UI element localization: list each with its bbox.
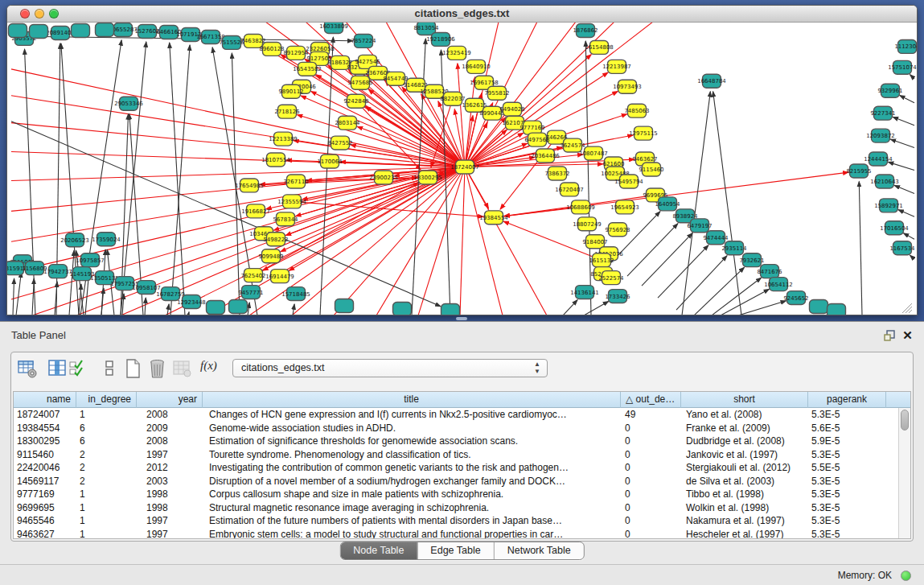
close-panel-icon[interactable]: ✕ xyxy=(901,328,914,343)
graph-node-label: 5498222 xyxy=(263,237,288,243)
table-row[interactable]: 1830029562008Estimation of significance … xyxy=(14,435,898,448)
new-table-icon[interactable] xyxy=(123,357,144,380)
table-row[interactable]: 946554611997Estimation of the future num… xyxy=(14,514,898,528)
graph-node-label: 9245652 xyxy=(783,295,808,302)
graph-node-label: 9463627 xyxy=(632,156,657,163)
graph-node-label: 9474444 xyxy=(703,235,729,241)
graph-node[interactable] xyxy=(207,301,225,315)
table-settings-icon[interactable] xyxy=(17,357,38,380)
graph-node-label: 9329961 xyxy=(877,88,902,94)
graph-node-label: 1170064 xyxy=(317,159,343,165)
cell: 5.3E-5 xyxy=(808,448,886,462)
window-titlebar[interactable]: citations_edges.txt xyxy=(7,6,917,23)
column-header-name[interactable]: name xyxy=(14,392,76,408)
graph-node-label: 16782759 xyxy=(156,291,185,298)
cell: Disruption of a novel member of a sodium… xyxy=(203,475,621,488)
graph-node[interactable] xyxy=(810,300,828,314)
graph-node-label: 7485063 xyxy=(624,108,649,114)
graph-node-label: 7386372 xyxy=(544,171,569,177)
tab-edge-table[interactable]: Edge Table xyxy=(417,542,493,559)
cell: 9699695 xyxy=(14,501,76,515)
import-table-icon[interactable] xyxy=(172,357,193,380)
cell: 5.5E-5 xyxy=(808,461,886,475)
graph-node[interactable] xyxy=(441,304,460,315)
table-row[interactable]: 1872400712008Changes of HCN gene express… xyxy=(14,408,898,422)
cell: Stergiakouli et al. (2012) xyxy=(681,461,808,475)
cell: 0 xyxy=(621,475,681,488)
graph-node-label: 6479197 xyxy=(687,223,712,229)
graph-node-label: 9777169 xyxy=(519,125,544,131)
float-panel-icon[interactable] xyxy=(883,329,897,343)
graph-node[interactable] xyxy=(827,304,846,315)
select-rows-icon[interactable] xyxy=(68,357,88,380)
graph-node-label: 7857224 xyxy=(351,38,376,44)
vertical-scrollbar[interactable] xyxy=(898,408,910,538)
graph-node-label: 16154808 xyxy=(585,44,614,51)
cell: 2008 xyxy=(137,408,203,422)
row-height-icon[interactable] xyxy=(99,357,120,380)
column-header-title[interactable]: title xyxy=(203,392,621,408)
cell: Dudbridge et al. (2008) xyxy=(681,435,808,448)
graph-node-label: 18807249 xyxy=(573,221,602,228)
graph-node[interactable] xyxy=(229,300,248,314)
table-row[interactable]: 969969511998Structural magnetic resonanc… xyxy=(14,501,898,515)
memory-ok-indicator[interactable] xyxy=(901,571,911,581)
graph-node[interactable] xyxy=(9,23,27,37)
cell: Wolkin et al. (1998) xyxy=(681,501,808,515)
column-header-in_degree[interactable]: in_degree xyxy=(76,392,137,408)
graph-node-label: 6494028 xyxy=(499,106,524,113)
cell: 9777169 xyxy=(14,488,76,501)
resize-grip[interactable] xyxy=(902,303,912,313)
cell: 1997 xyxy=(137,448,203,462)
scrollbar-thumb[interactable] xyxy=(901,410,909,431)
cell: Hescheler et al. (1997) xyxy=(681,528,808,539)
column-edit-icon[interactable] xyxy=(47,357,68,380)
graph-node[interactable] xyxy=(393,303,412,315)
table-selector-dropdown[interactable]: citations_edges.txt ▲▼ xyxy=(232,359,548,377)
network-view-window[interactable]: citations_edges.txt 18724007746382289601… xyxy=(6,5,918,315)
cell: 5.3E-5 xyxy=(808,528,886,539)
tab-node-table[interactable]: Node Table xyxy=(340,542,417,559)
graph-node[interactable] xyxy=(72,23,90,37)
cell: Tourette syndrome. Phenomenology and cla… xyxy=(203,448,621,462)
column-header-year[interactable]: year xyxy=(137,392,203,408)
cell: de Silva et al. (2003) xyxy=(681,475,808,488)
panel-title: Table Panel xyxy=(11,322,66,349)
panel-splitter-handle[interactable] xyxy=(456,317,467,320)
column-header-short[interactable]: short xyxy=(681,392,808,408)
table-row[interactable]: 2242004622012Investigating the contribut… xyxy=(14,461,898,475)
function-builder-icon[interactable]: f(x) xyxy=(200,359,221,381)
table-row[interactable]: 1938455462009Genome-wide association stu… xyxy=(14,422,898,435)
column-header-out_de[interactable]: △ out_de… xyxy=(621,392,681,408)
graph-node-label: 9457771 xyxy=(238,290,263,296)
graph-node-label: 15751074 xyxy=(888,64,917,71)
graph-node-label: 2718126 xyxy=(274,109,299,115)
table-row[interactable]: 1456911722003Disruption of a novel membe… xyxy=(14,475,898,488)
cell: 2 xyxy=(76,461,137,475)
column-header-pagerank[interactable]: pagerank xyxy=(808,392,886,408)
table-row[interactable]: 946362711997Embryonic stem cells: a mode… xyxy=(14,528,898,539)
cell: 6 xyxy=(76,435,137,448)
graph-node[interactable] xyxy=(335,299,354,313)
table-row[interactable]: 911546021997Tourette syndrome. Phenomeno… xyxy=(14,448,898,462)
graph-node[interactable] xyxy=(96,23,114,36)
status-bar: Memory: OK xyxy=(0,564,924,585)
graph-node-label: 16210643 xyxy=(870,179,899,185)
network-canvas[interactable]: 1872400774638228960128891295423226058912… xyxy=(7,23,917,315)
cell: 49 xyxy=(621,408,681,422)
cell: 18300295 xyxy=(14,435,76,448)
cell: 0 xyxy=(621,514,681,528)
graph-node-label: 14136141 xyxy=(570,290,599,296)
graph-node[interactable] xyxy=(30,24,48,38)
graph-node-label: 9099489 xyxy=(258,253,283,260)
cell: 0 xyxy=(621,488,681,501)
graph-node-label: 20206523 xyxy=(60,237,89,244)
cell: 5.3E-5 xyxy=(808,514,886,528)
tab-network-table[interactable]: Network Table xyxy=(494,542,584,559)
cell: Genome-wide association studies in ADHD. xyxy=(203,422,621,435)
table-row[interactable]: 977716911998Corpus callosum shape and si… xyxy=(14,488,898,501)
cell: 1 xyxy=(76,408,137,422)
graph-node-label: 6497568 xyxy=(524,137,549,143)
graph-node-label: 19654923 xyxy=(610,204,639,211)
delete-table-icon[interactable] xyxy=(147,357,168,380)
